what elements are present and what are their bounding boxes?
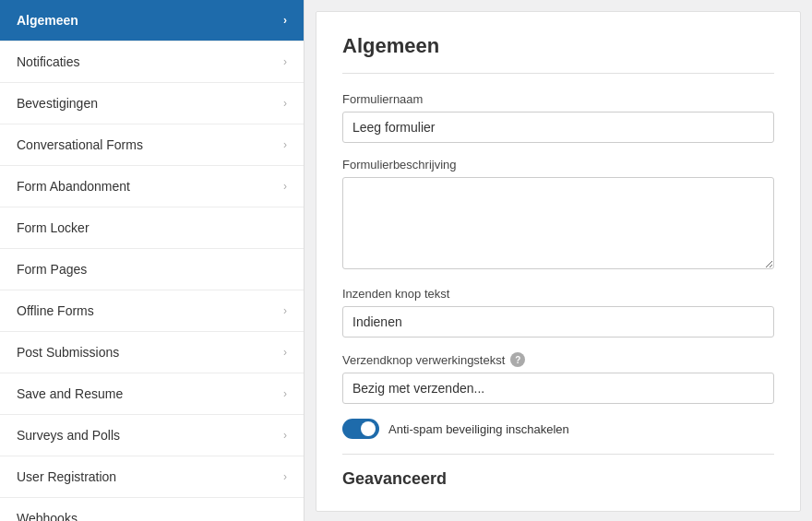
processing-help-icon[interactable]: ? bbox=[510, 352, 525, 367]
sidebar-item-label: Post Submissions bbox=[17, 345, 119, 360]
sidebar-item-label: Form Locker bbox=[17, 220, 90, 235]
sidebar-item-webhooks[interactable]: Webhooks bbox=[0, 498, 304, 521]
advanced-heading: Geavanceerd bbox=[342, 454, 774, 489]
sidebar-item-user-registration[interactable]: User Registration› bbox=[0, 456, 304, 498]
sidebar-item-surveys-and-polls[interactable]: Surveys and Polls› bbox=[0, 415, 304, 456]
form-description-label: Formulierbeschrijving bbox=[342, 158, 774, 172]
chevron-icon: › bbox=[283, 97, 287, 110]
form-description-section: Formulierbeschrijving bbox=[342, 158, 774, 272]
sidebar-item-label: Surveys and Polls bbox=[17, 428, 120, 443]
sidebar-item-label: Webhooks bbox=[17, 511, 78, 521]
processing-label: Verzendknop verwerkingstekst bbox=[342, 353, 505, 367]
chevron-icon: › bbox=[283, 180, 287, 193]
sidebar-item-conversational-forms[interactable]: Conversational Forms› bbox=[0, 124, 304, 166]
sidebar-item-label: Form Pages bbox=[17, 262, 87, 277]
sidebar-item-label: Bevestigingen bbox=[17, 96, 98, 111]
processing-text-section: Verzendknop verwerkingstekst ? bbox=[342, 352, 774, 404]
sidebar-item-algemeen[interactable]: Algemeen› bbox=[0, 0, 304, 41]
form-name-input[interactable] bbox=[342, 112, 774, 143]
chevron-icon: › bbox=[283, 14, 287, 27]
sidebar-item-label: Save and Resume bbox=[17, 386, 123, 401]
chevron-icon: › bbox=[283, 429, 287, 442]
submit-text-input[interactable] bbox=[342, 306, 774, 337]
antispam-toggle-row: Anti-spam beveiliging inschakelen bbox=[342, 419, 774, 439]
sidebar-item-post-submissions[interactable]: Post Submissions› bbox=[0, 332, 304, 373]
sidebar-item-label: User Registration bbox=[17, 469, 116, 484]
sidebar: Algemeen›Notificaties›Bevestigingen›Conv… bbox=[0, 0, 304, 521]
form-name-section: Formuliernaam bbox=[342, 92, 774, 143]
form-description-textarea[interactable] bbox=[342, 177, 774, 269]
chevron-icon: › bbox=[283, 138, 287, 151]
chevron-icon: › bbox=[283, 304, 287, 317]
settings-panel: Algemeen Formuliernaam Formulierbeschrij… bbox=[316, 11, 801, 512]
sidebar-item-label: Notificaties bbox=[17, 54, 79, 69]
antispam-label: Anti-spam beveiliging inschakelen bbox=[388, 422, 569, 436]
processing-text-input[interactable] bbox=[342, 373, 774, 404]
sidebar-item-label: Form Abandonment bbox=[17, 179, 130, 194]
page-title: Algemeen bbox=[342, 34, 774, 74]
main-content: Algemeen Formuliernaam Formulierbeschrij… bbox=[304, 0, 812, 521]
sidebar-item-label: Conversational Forms bbox=[17, 137, 143, 152]
submit-label: Inzenden knop tekst bbox=[342, 287, 774, 301]
sidebar-item-offline-forms[interactable]: Offline Forms› bbox=[0, 290, 304, 332]
chevron-icon: › bbox=[283, 55, 287, 68]
sidebar-item-notificaties[interactable]: Notificaties› bbox=[0, 41, 304, 83]
submit-button-section: Inzenden knop tekst bbox=[342, 287, 774, 337]
sidebar-item-label: Algemeen bbox=[17, 13, 78, 28]
sidebar-item-bevestigingen[interactable]: Bevestigingen› bbox=[0, 83, 304, 124]
sidebar-item-form-pages[interactable]: Form Pages bbox=[0, 249, 304, 290]
sidebar-item-form-locker[interactable]: Form Locker bbox=[0, 207, 304, 249]
sidebar-item-save-and-resume[interactable]: Save and Resume› bbox=[0, 373, 304, 415]
toggle-slider bbox=[342, 419, 379, 439]
processing-label-row: Verzendknop verwerkingstekst ? bbox=[342, 352, 774, 367]
antispam-toggle[interactable] bbox=[342, 419, 379, 439]
chevron-icon: › bbox=[283, 346, 287, 359]
sidebar-item-form-abandonment[interactable]: Form Abandonment› bbox=[0, 166, 304, 207]
chevron-icon: › bbox=[283, 387, 287, 400]
form-name-label: Formuliernaam bbox=[342, 92, 774, 106]
sidebar-item-label: Offline Forms bbox=[17, 303, 94, 318]
chevron-icon: › bbox=[283, 470, 287, 483]
